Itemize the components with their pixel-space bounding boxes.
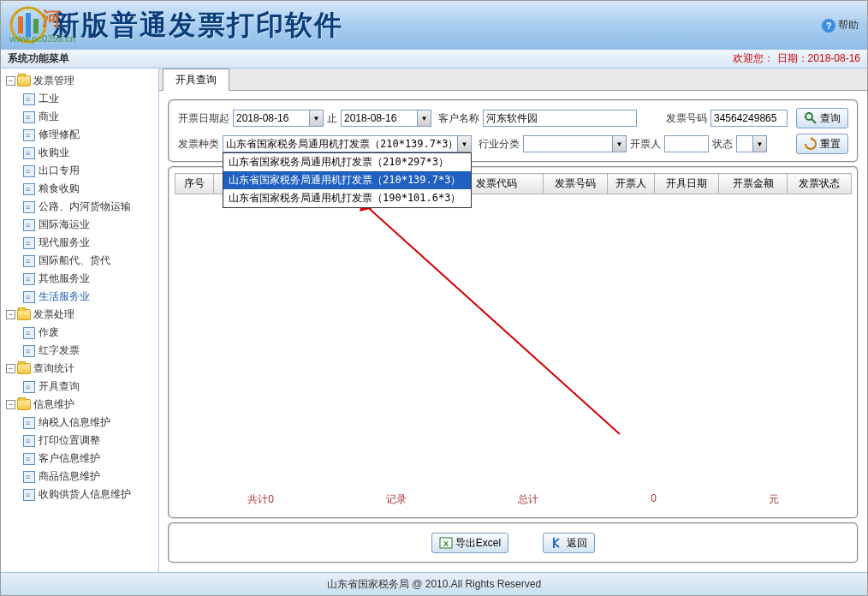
help-link[interactable]: ? 帮助 xyxy=(822,18,859,33)
date-to-label: 止 xyxy=(327,111,337,126)
table-panel: 序号客户名称发票代码发票号码开票人开具日期开票金额发票状态 共计0 记录 总计 … xyxy=(168,166,859,519)
tree-item-label: 修理修配 xyxy=(39,128,80,142)
tree-item[interactable]: 商品信息维护 xyxy=(3,468,157,486)
tree-group-label: 查询统计 xyxy=(33,361,74,376)
tab-query[interactable]: 开具查询 xyxy=(163,69,229,91)
page-icon xyxy=(23,237,35,249)
table-header-cell: 开具日期 xyxy=(655,174,719,194)
industry-label: 行业分类 xyxy=(479,137,520,152)
tree-item[interactable]: 客户信息维护 xyxy=(3,450,157,468)
query-button[interactable]: 查询 xyxy=(796,108,848,128)
svg-line-5 xyxy=(812,119,816,123)
dropdown-option[interactable]: 山东省国家税务局通用机打发票（210*297*3） xyxy=(223,153,471,171)
invoice-no-input[interactable] xyxy=(710,110,788,127)
date-to-dropdown-icon[interactable]: ▼ xyxy=(418,110,431,127)
tree-item[interactable]: 打印位置调整 xyxy=(3,432,157,450)
page-icon xyxy=(23,219,35,231)
tree-item[interactable]: 工业 xyxy=(3,90,157,108)
export-excel-button[interactable]: X 导出Excel xyxy=(431,533,508,553)
tree-item[interactable]: 生活服务业 xyxy=(3,288,157,306)
industry-select[interactable] xyxy=(523,135,613,152)
reset-button[interactable]: 重置 xyxy=(796,134,848,154)
back-button[interactable]: 返回 xyxy=(543,533,595,553)
tree-item[interactable]: 国际船代、货代 xyxy=(3,252,157,270)
status-select[interactable] xyxy=(736,135,753,152)
page-icon xyxy=(23,111,35,123)
type-select[interactable] xyxy=(223,135,458,152)
page-icon xyxy=(23,417,35,429)
tree-item[interactable]: 粮食收购 xyxy=(3,180,157,198)
collapse-icon[interactable]: − xyxy=(6,310,15,319)
tree-item[interactable]: 收购业 xyxy=(3,144,157,162)
customer-input[interactable] xyxy=(483,110,637,127)
tree-group[interactable]: −信息维护 xyxy=(3,396,157,414)
page-icon xyxy=(23,471,35,483)
collapse-icon[interactable]: − xyxy=(6,364,15,373)
tree-item[interactable]: 纳税人信息维护 xyxy=(3,414,157,432)
page-icon xyxy=(23,147,35,159)
dropdown-option[interactable]: 山东省国家税务局通用机打发票（210*139.7*3） xyxy=(223,171,471,189)
tree-item[interactable]: 出口专用 xyxy=(3,162,157,180)
tree-item[interactable]: 红字发票 xyxy=(3,342,157,360)
tree-group[interactable]: −发票管理 xyxy=(3,72,157,90)
page-icon xyxy=(23,165,35,177)
table-body xyxy=(175,194,852,487)
tree-group-label: 发票处理 xyxy=(33,307,74,322)
page-icon xyxy=(23,273,35,285)
tree-item-label: 收购供货人信息维护 xyxy=(39,487,131,502)
collapse-icon[interactable]: − xyxy=(6,400,15,409)
tree-item-label: 生活服务业 xyxy=(39,289,90,304)
tree-item[interactable]: 公路、内河货物运输 xyxy=(3,198,157,216)
svg-rect-1 xyxy=(18,16,23,33)
type-dropdown-list: 山东省国家税务局通用机打发票（210*297*3）山东省国家税务局通用机打发票（… xyxy=(223,152,472,208)
industry-dropdown-icon[interactable]: ▼ xyxy=(613,135,627,152)
page-icon xyxy=(23,345,35,357)
type-dropdown-icon[interactable]: ▼ xyxy=(458,135,472,152)
search-icon xyxy=(804,111,817,125)
date-from-input[interactable] xyxy=(233,110,310,127)
sidebar: −发票管理工业商业修理修配收购业出口专用粮食收购公路、内河货物运输国际海运业现代… xyxy=(1,69,159,572)
annotation-arrow-icon xyxy=(354,203,628,443)
help-label: 帮助 xyxy=(838,18,859,33)
tree-item-label: 红字发票 xyxy=(39,343,80,358)
date-to-input[interactable] xyxy=(341,110,418,127)
menu-title: 系统功能菜单 xyxy=(8,51,69,66)
collapse-icon[interactable]: − xyxy=(6,76,15,86)
help-icon: ? xyxy=(822,19,835,33)
status-dropdown-icon[interactable]: ▼ xyxy=(753,135,767,152)
tree-item[interactable]: 现代服务业 xyxy=(3,234,157,252)
tree-group[interactable]: −发票处理 xyxy=(3,306,157,324)
tree-item-label: 客户信息维护 xyxy=(39,451,100,466)
footer: 山东省国家税务局 @ 2010.All Rights Reserved xyxy=(1,572,867,596)
svg-line-7 xyxy=(363,203,620,434)
back-icon xyxy=(550,536,564,550)
watermark-prefix: 河 xyxy=(42,6,61,32)
svg-point-4 xyxy=(806,113,812,120)
tree-item[interactable]: 作废 xyxy=(3,324,157,342)
folder-icon xyxy=(17,399,31,410)
tree-item-label: 粮食收购 xyxy=(39,182,80,196)
search-panel: 开票日期起 ▼ 止 ▼ 客户名称 发票号码 xyxy=(168,99,859,163)
tree-item[interactable]: 国际海运业 xyxy=(3,216,157,234)
svg-rect-11 xyxy=(553,538,555,548)
tree-item-label: 国际船代、货代 xyxy=(39,253,110,268)
page-icon xyxy=(23,453,35,465)
page-icon xyxy=(23,183,35,195)
table-header-cell: 序号 xyxy=(175,174,214,194)
issuer-input[interactable] xyxy=(664,135,709,152)
tree-item-label: 作废 xyxy=(39,325,59,340)
summary-row: 共计0 记录 总计 0 元 xyxy=(175,487,852,512)
date-from-dropdown-icon[interactable]: ▼ xyxy=(310,110,324,127)
tree-item-label: 现代服务业 xyxy=(39,235,90,250)
tree-item[interactable]: 开具查询 xyxy=(3,378,157,396)
dropdown-option[interactable]: 山东省国家税务局通用机打发票（190*101.6*3） xyxy=(223,189,471,207)
tree-item[interactable]: 修理修配 xyxy=(3,126,157,144)
tree-item[interactable]: 商业 xyxy=(3,108,157,126)
action-panel: X 导出Excel 返回 xyxy=(168,522,859,563)
tree-item-label: 打印位置调整 xyxy=(39,433,100,448)
tree-item[interactable]: 收购供货人信息维护 xyxy=(3,486,157,504)
tree-item-label: 国际海运业 xyxy=(39,218,90,232)
tree-item[interactable]: 其他服务业 xyxy=(3,270,157,288)
tree-item-label: 纳税人信息维护 xyxy=(39,415,110,430)
tree-group[interactable]: −查询统计 xyxy=(3,360,157,378)
